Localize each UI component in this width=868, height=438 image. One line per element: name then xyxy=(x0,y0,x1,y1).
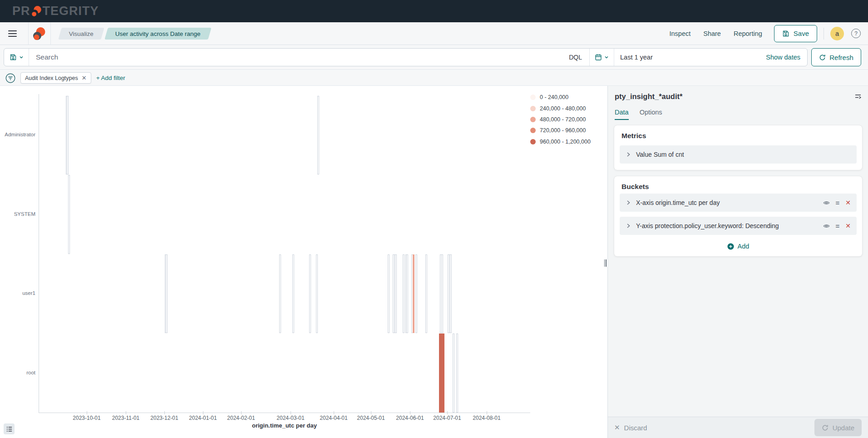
protegrity-o-icon xyxy=(31,5,42,17)
heatmap-chart: AdministratorSYSTEMuser1root 2023-10-012… xyxy=(0,86,603,438)
heatmap-cell[interactable] xyxy=(309,254,311,333)
update-button[interactable]: Update xyxy=(814,419,862,436)
date-quick-select-button[interactable] xyxy=(590,49,614,66)
heatmap-cell[interactable] xyxy=(395,254,397,333)
x-tick-label: 2024-04-01 xyxy=(320,415,347,421)
index-pattern-title: pty_insight_*audit* xyxy=(615,92,682,101)
legend-swatch-icon xyxy=(530,117,536,122)
header-link-share[interactable]: Share xyxy=(703,30,721,37)
save-query-icon xyxy=(10,54,17,61)
bucket-row-y-axis[interactable]: Y-axis protection.policy_user.keyword: D… xyxy=(620,217,857,235)
legend-item[interactable]: 960,000 - 1,200,000 xyxy=(530,136,591,147)
calendar-icon xyxy=(595,54,602,61)
legend-label: 480,000 - 720,000 xyxy=(540,116,586,123)
header-link-reporting[interactable]: Reporting xyxy=(734,30,762,37)
chevron-down-icon xyxy=(19,55,24,60)
buckets-heading: Buckets xyxy=(614,176,862,191)
remove-filter-icon[interactable]: ✕ xyxy=(82,75,87,81)
visualization-editor-panel: pty_insight_*audit* Data Options Metrics… xyxy=(607,86,868,438)
metric-row[interactable]: Value Sum of cnt xyxy=(620,145,857,164)
avatar[interactable]: a xyxy=(830,27,844,40)
x-tick-mark xyxy=(371,411,371,414)
legend-item[interactable]: 720,000 - 960,000 xyxy=(530,125,591,136)
query-bar: DQL Last 1 year Show dates xyxy=(4,48,808,66)
tab-data[interactable]: Data xyxy=(615,109,629,120)
protegrity-mark-icon[interactable] xyxy=(33,27,46,40)
x-tick-label: 2024-08-01 xyxy=(473,415,500,421)
x-tick-mark xyxy=(203,411,203,414)
divider xyxy=(50,22,51,45)
legend-toggle-button[interactable] xyxy=(4,423,15,434)
save-button[interactable]: Save xyxy=(774,25,817,42)
tab-options[interactable]: Options xyxy=(640,109,662,120)
heatmap-cell[interactable] xyxy=(292,254,294,333)
bucket-label: Y-axis protection.policy_user.keyword: D… xyxy=(636,222,779,229)
legend-label: 0 - 240,000 xyxy=(540,94,568,100)
x-tick-label: 2024-02-01 xyxy=(227,415,255,421)
heatmap-cell[interactable] xyxy=(456,333,458,413)
remove-bucket-icon[interactable]: ✕ xyxy=(845,199,851,206)
advanced-toggle-icon[interactable]: = xyxy=(836,222,840,230)
close-icon: ✕ xyxy=(614,423,620,432)
divider xyxy=(824,28,824,40)
dql-button[interactable]: DQL xyxy=(562,54,589,61)
refresh-button[interactable]: Refresh xyxy=(811,48,861,66)
filter-icon[interactable] xyxy=(5,73,15,83)
y-axis-label: Administrator xyxy=(0,132,35,137)
breadcrumb-visualize[interactable]: Visualize xyxy=(58,28,104,40)
help-icon[interactable]: ? xyxy=(851,29,861,38)
show-dates-button[interactable]: Show dates xyxy=(766,54,807,61)
x-tick-mark xyxy=(410,411,410,414)
heatmap-cell[interactable] xyxy=(453,333,454,413)
buckets-card: Buckets X-axis origin.time_utc per day =… xyxy=(614,176,862,256)
app-root: PR TEGRITY Visualize User activity acros… xyxy=(0,0,868,438)
heatmap-cell[interactable] xyxy=(441,254,443,333)
heatmap-cell[interactable] xyxy=(68,175,70,254)
heatmap-cell[interactable] xyxy=(425,254,427,333)
discard-button[interactable]: ✕ Discard xyxy=(614,423,647,432)
heatmap-cell[interactable] xyxy=(279,254,281,333)
y-axis-label: SYSTEM xyxy=(0,211,35,217)
legend-swatch-icon xyxy=(530,139,536,144)
heatmap-cell[interactable] xyxy=(415,254,417,333)
plus-circle-icon xyxy=(727,243,734,250)
legend-item[interactable]: 480,000 - 720,000 xyxy=(530,114,591,125)
heatmap-cell[interactable] xyxy=(450,254,452,333)
breadcrumb: Visualize User activity across Date rang… xyxy=(60,28,213,40)
advanced-toggle-icon[interactable]: = xyxy=(836,199,840,207)
legend-item[interactable]: 240,000 - 480,000 xyxy=(530,103,591,114)
editor-footer: ✕ Discard Update xyxy=(608,417,868,438)
panel-resizer-handle[interactable] xyxy=(603,259,607,267)
editor-tabs: Data Options xyxy=(615,109,662,120)
eye-icon[interactable] xyxy=(823,223,830,229)
refresh-icon xyxy=(819,54,826,61)
menu-icon[interactable] xyxy=(8,26,24,41)
collapse-panel-icon[interactable] xyxy=(854,93,862,102)
query-bar-row: DQL Last 1 year Show dates xyxy=(0,45,868,70)
header-link-inspect[interactable]: Inspect xyxy=(669,30,690,37)
heatmap-cell[interactable] xyxy=(443,333,444,413)
x-tick-label: 2023-12-01 xyxy=(150,415,178,421)
heatmap-cell[interactable] xyxy=(403,254,404,333)
time-range-value[interactable]: Last 1 year xyxy=(614,54,653,61)
add-bucket-button[interactable]: Add xyxy=(614,240,862,253)
heatmap-cell[interactable] xyxy=(406,254,408,333)
heatmap-cell[interactable] xyxy=(317,96,319,175)
bucket-row-x-axis[interactable]: X-axis origin.time_utc per day = ✕ xyxy=(620,194,857,212)
heatmap-cell[interactable] xyxy=(166,254,168,333)
top-brand-bar: PR TEGRITY xyxy=(0,0,868,22)
legend-swatch-icon xyxy=(530,128,536,133)
x-tick-mark xyxy=(291,411,291,414)
heatmap-cell[interactable] xyxy=(316,254,318,333)
legend-item[interactable]: 0 - 240,000 xyxy=(530,92,591,103)
add-filter-button[interactable]: + Add filter xyxy=(96,75,125,81)
saved-query-menu-button[interactable] xyxy=(4,49,29,66)
eye-icon[interactable] xyxy=(823,199,830,206)
heatmap-cell[interactable] xyxy=(413,254,414,333)
chevron-right-icon xyxy=(626,223,631,229)
search-input[interactable] xyxy=(29,49,562,66)
filter-pill[interactable]: Audit Index Logtypes ✕ xyxy=(20,72,91,84)
heatmap-cell[interactable] xyxy=(67,96,69,175)
heatmap-cell[interactable] xyxy=(388,254,390,333)
remove-bucket-icon[interactable]: ✕ xyxy=(845,222,851,229)
